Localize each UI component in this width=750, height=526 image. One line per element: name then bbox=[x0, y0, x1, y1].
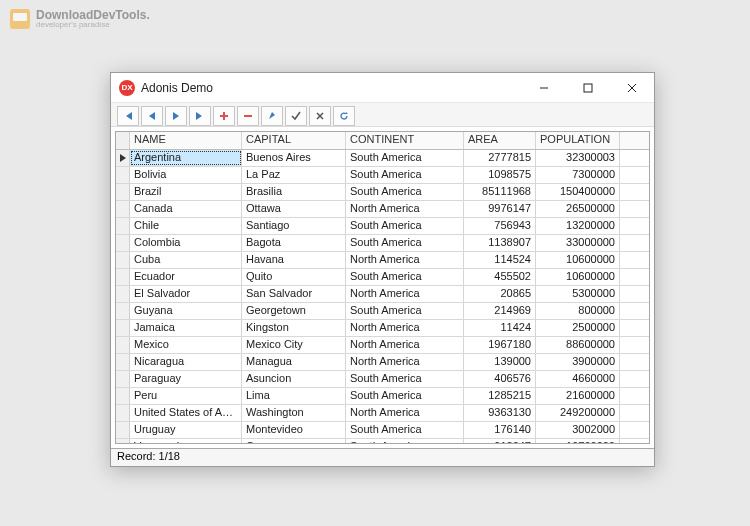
cell-area[interactable]: 1967180 bbox=[464, 337, 536, 353]
cell-area[interactable]: 756943 bbox=[464, 218, 536, 234]
cell-area[interactable]: 11424 bbox=[464, 320, 536, 336]
cell-area[interactable]: 9976147 bbox=[464, 201, 536, 217]
table-row[interactable]: United States of AmericaWashingtonNorth … bbox=[116, 405, 649, 422]
cell-name[interactable]: Argentina bbox=[130, 150, 242, 166]
cell-name[interactable]: El Salvador bbox=[130, 286, 242, 302]
cell-name[interactable]: Guyana bbox=[130, 303, 242, 319]
table-row[interactable]: MexicoMexico CityNorth America1967180886… bbox=[116, 337, 649, 354]
cell-population[interactable]: 4660000 bbox=[536, 371, 620, 387]
table-row[interactable]: BoliviaLa PazSouth America10985757300000 bbox=[116, 167, 649, 184]
cell-population[interactable]: 10600000 bbox=[536, 269, 620, 285]
cell-name[interactable]: Jamaica bbox=[130, 320, 242, 336]
cell-population[interactable]: 800000 bbox=[536, 303, 620, 319]
cell-continent[interactable]: North America bbox=[346, 337, 464, 353]
cell-population[interactable]: 26500000 bbox=[536, 201, 620, 217]
cell-population[interactable]: 32300003 bbox=[536, 150, 620, 166]
table-row[interactable]: VenezuelaCaracasSouth America91204719700… bbox=[116, 439, 649, 443]
cell-capital[interactable]: Lima bbox=[242, 388, 346, 404]
table-row[interactable]: PeruLimaSouth America128521521600000 bbox=[116, 388, 649, 405]
cell-continent[interactable]: North America bbox=[346, 286, 464, 302]
table-row[interactable]: CubaHavanaNorth America11452410600000 bbox=[116, 252, 649, 269]
cell-population[interactable]: 150400000 bbox=[536, 184, 620, 200]
cell-name[interactable]: Nicaragua bbox=[130, 354, 242, 370]
cell-capital[interactable]: Mexico City bbox=[242, 337, 346, 353]
cell-name[interactable]: Chile bbox=[130, 218, 242, 234]
cell-name[interactable]: United States of America bbox=[130, 405, 242, 421]
cell-capital[interactable]: Santiago bbox=[242, 218, 346, 234]
col-area[interactable]: AREA bbox=[464, 132, 536, 149]
edit-button[interactable] bbox=[261, 106, 283, 126]
delete-button[interactable] bbox=[237, 106, 259, 126]
cell-capital[interactable]: San Salvador bbox=[242, 286, 346, 302]
cell-area[interactable]: 9363130 bbox=[464, 405, 536, 421]
cell-capital[interactable]: Washington bbox=[242, 405, 346, 421]
cell-name[interactable]: Colombia bbox=[130, 235, 242, 251]
cell-area[interactable]: 912047 bbox=[464, 439, 536, 443]
cell-continent[interactable]: South America bbox=[346, 388, 464, 404]
table-row[interactable]: ChileSantiagoSouth America75694313200000 bbox=[116, 218, 649, 235]
cell-continent[interactable]: South America bbox=[346, 269, 464, 285]
cell-population[interactable]: 3002000 bbox=[536, 422, 620, 438]
last-button[interactable] bbox=[189, 106, 211, 126]
cell-capital[interactable]: Asuncion bbox=[242, 371, 346, 387]
table-row[interactable]: CanadaOttawaNorth America997614726500000 bbox=[116, 201, 649, 218]
table-row[interactable]: EcuadorQuitoSouth America45550210600000 bbox=[116, 269, 649, 286]
refresh-button[interactable] bbox=[333, 106, 355, 126]
cell-continent[interactable]: South America bbox=[346, 235, 464, 251]
first-button[interactable] bbox=[117, 106, 139, 126]
cell-area[interactable]: 20865 bbox=[464, 286, 536, 302]
table-row[interactable]: BrazilBrasiliaSouth America8511196815040… bbox=[116, 184, 649, 201]
col-capital[interactable]: CAPITAL bbox=[242, 132, 346, 149]
cell-population[interactable]: 5300000 bbox=[536, 286, 620, 302]
table-row[interactable]: El SalvadorSan SalvadorNorth America2086… bbox=[116, 286, 649, 303]
maximize-button[interactable] bbox=[566, 73, 610, 103]
table-row[interactable]: NicaraguaManaguaNorth America13900039000… bbox=[116, 354, 649, 371]
cell-population[interactable]: 2500000 bbox=[536, 320, 620, 336]
cell-area[interactable]: 85111968 bbox=[464, 184, 536, 200]
cell-population[interactable]: 3900000 bbox=[536, 354, 620, 370]
col-population[interactable]: POPULATION bbox=[536, 132, 620, 149]
cell-capital[interactable]: Quito bbox=[242, 269, 346, 285]
cell-name[interactable]: Ecuador bbox=[130, 269, 242, 285]
cell-area[interactable]: 1138907 bbox=[464, 235, 536, 251]
cell-capital[interactable]: Montevideo bbox=[242, 422, 346, 438]
cell-continent[interactable]: North America bbox=[346, 405, 464, 421]
cell-name[interactable]: Paraguay bbox=[130, 371, 242, 387]
table-row[interactable]: GuyanaGeorgetownSouth America21496980000… bbox=[116, 303, 649, 320]
cell-population[interactable]: 10600000 bbox=[536, 252, 620, 268]
cell-area[interactable]: 1285215 bbox=[464, 388, 536, 404]
cell-continent[interactable]: North America bbox=[346, 201, 464, 217]
cell-area[interactable]: 214969 bbox=[464, 303, 536, 319]
cell-continent[interactable]: South America bbox=[346, 167, 464, 183]
cell-area[interactable]: 455502 bbox=[464, 269, 536, 285]
table-row[interactable]: ColombiaBagotaSouth America1138907330000… bbox=[116, 235, 649, 252]
cell-area[interactable]: 1098575 bbox=[464, 167, 536, 183]
next-button[interactable] bbox=[165, 106, 187, 126]
cell-capital[interactable]: Bagota bbox=[242, 235, 346, 251]
cell-capital[interactable]: Caracas bbox=[242, 439, 346, 443]
cancel-button[interactable] bbox=[309, 106, 331, 126]
cell-population[interactable]: 21600000 bbox=[536, 388, 620, 404]
cell-name[interactable]: Brazil bbox=[130, 184, 242, 200]
cell-continent[interactable]: South America bbox=[346, 303, 464, 319]
cell-continent[interactable]: South America bbox=[346, 184, 464, 200]
col-name[interactable]: NAME bbox=[130, 132, 242, 149]
cell-area[interactable]: 2777815 bbox=[464, 150, 536, 166]
table-row[interactable]: ArgentinaBuenos AiresSouth America277781… bbox=[116, 150, 649, 167]
cell-capital[interactable]: Brasilia bbox=[242, 184, 346, 200]
cell-name[interactable]: Canada bbox=[130, 201, 242, 217]
cell-area[interactable]: 139000 bbox=[464, 354, 536, 370]
data-grid[interactable]: NAME CAPITAL CONTINENT AREA POPULATION A… bbox=[115, 131, 650, 444]
table-row[interactable]: UruguayMontevideoSouth America1761403002… bbox=[116, 422, 649, 439]
cell-name[interactable]: Bolivia bbox=[130, 167, 242, 183]
cell-area[interactable]: 176140 bbox=[464, 422, 536, 438]
table-row[interactable]: ParaguayAsuncionSouth America40657646600… bbox=[116, 371, 649, 388]
cell-area[interactable]: 114524 bbox=[464, 252, 536, 268]
cell-continent[interactable]: South America bbox=[346, 218, 464, 234]
minimize-button[interactable] bbox=[522, 73, 566, 103]
cell-continent[interactable]: South America bbox=[346, 439, 464, 443]
cell-capital[interactable]: La Paz bbox=[242, 167, 346, 183]
cell-capital[interactable]: Havana bbox=[242, 252, 346, 268]
cell-capital[interactable]: Ottawa bbox=[242, 201, 346, 217]
cell-population[interactable]: 249200000 bbox=[536, 405, 620, 421]
